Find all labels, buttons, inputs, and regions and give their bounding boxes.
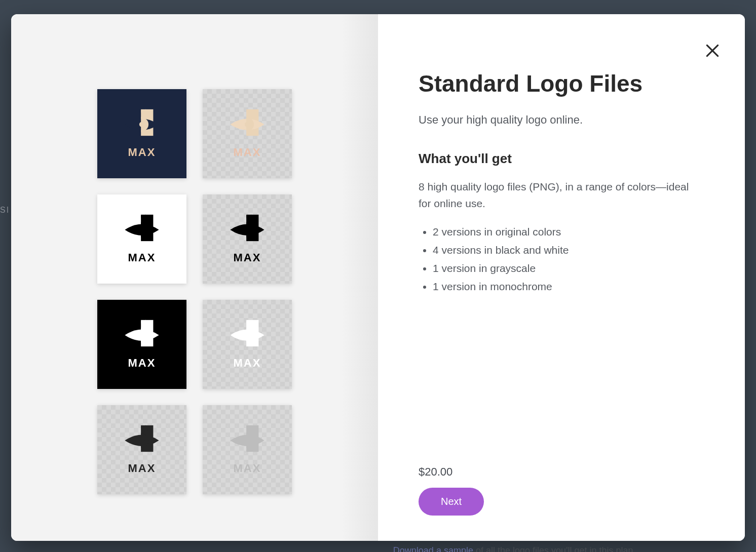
svg-line-18 (254, 217, 255, 221)
section-heading: What you'll get (419, 151, 704, 167)
logo-wordmark: MAX (128, 462, 156, 475)
eye-logo-icon (223, 319, 272, 347)
svg-point-19 (245, 227, 250, 232)
feature-item: 1 version in monochrome (433, 281, 704, 293)
logo-preview-grid: MAX MAX MAX MAX (97, 89, 292, 494)
eye-logo-icon (223, 108, 272, 137)
svg-point-24 (139, 333, 144, 338)
svg-line-21 (142, 322, 143, 327)
svg-point-4 (139, 122, 144, 127)
logo-variant-original-dark: MAX (97, 89, 186, 178)
logo-variant-white-on-transparent: MAX (203, 300, 292, 389)
logo-variant-bw-on-black: MAX (97, 300, 186, 389)
logo-variant-grayscale: MAX (97, 405, 186, 494)
sample-download-note: Download a sample of all the logo files … (393, 545, 633, 552)
feature-item: 4 versions in black and white (433, 244, 704, 256)
svg-point-34 (139, 438, 144, 443)
svg-line-13 (148, 217, 149, 221)
svg-line-33 (148, 427, 149, 432)
feature-item: 2 versions in original colors (433, 226, 704, 238)
section-description: 8 high quality logo files (PNG), in a ra… (419, 179, 702, 212)
details-panel: Standard Logo Files Use your high qualit… (378, 14, 745, 541)
svg-line-36 (247, 427, 248, 432)
logo-wordmark: MAX (128, 357, 156, 370)
sample-download-link[interactable]: Download a sample (393, 545, 473, 552)
logo-wordmark: MAX (128, 251, 156, 264)
logo-wordmark: MAX (234, 251, 261, 264)
modal-footer: $20.00 Next (419, 465, 704, 521)
svg-point-29 (245, 333, 250, 338)
sample-download-tail: of all the logo files you'll get in this… (473, 545, 633, 552)
eye-logo-icon (223, 214, 272, 242)
modal-title: Standard Logo Files (419, 70, 704, 97)
feature-list: 2 versions in original colors4 versions … (419, 226, 704, 299)
svg-line-3 (148, 111, 149, 116)
logo-wordmark: MAX (128, 146, 156, 159)
logo-variant-original-light: MAX (203, 89, 292, 178)
logo-variant-monochrome: MAX (203, 405, 292, 494)
svg-point-9 (245, 122, 250, 127)
svg-line-1 (142, 111, 143, 116)
svg-point-39 (245, 438, 250, 443)
logo-variant-bw-on-transparent: MAX (203, 194, 292, 284)
eye-logo-icon (223, 424, 272, 453)
background-tab-hint: SI (0, 203, 10, 218)
preview-panel: MAX MAX MAX MAX (11, 14, 378, 541)
eye-logo-icon (118, 424, 166, 453)
logo-files-modal: MAX MAX MAX MAX (11, 14, 745, 541)
logo-wordmark: MAX (234, 357, 261, 370)
svg-line-28 (254, 322, 255, 327)
modal-subtitle: Use your high quality logo online. (419, 113, 704, 127)
svg-line-16 (247, 217, 248, 221)
svg-line-11 (142, 217, 143, 221)
svg-line-31 (142, 427, 143, 432)
price-label: $20.00 (419, 465, 704, 479)
svg-point-14 (139, 227, 144, 232)
svg-line-38 (254, 427, 255, 432)
logo-variant-bw-on-white: MAX (97, 194, 186, 284)
eye-logo-icon (118, 214, 166, 242)
logo-wordmark: MAX (234, 462, 261, 475)
eye-logo-icon (118, 108, 166, 137)
close-icon[interactable] (704, 43, 721, 59)
eye-logo-icon (118, 319, 166, 347)
svg-line-8 (254, 111, 255, 116)
feature-item: 1 version in grayscale (433, 262, 704, 274)
svg-line-23 (148, 322, 149, 327)
next-button[interactable]: Next (419, 488, 484, 516)
svg-line-26 (247, 322, 248, 327)
logo-wordmark: MAX (234, 146, 261, 159)
svg-line-6 (247, 111, 248, 116)
